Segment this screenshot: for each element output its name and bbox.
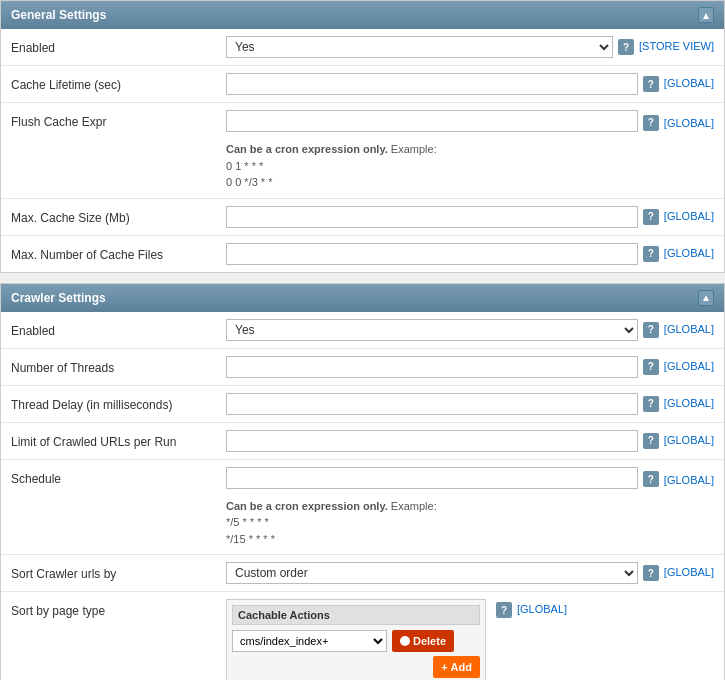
schedule-hint-line2: */15 * * * * <box>226 533 275 545</box>
flush-cache-hint-bold: Can be a cron expression only. <box>226 143 388 155</box>
general-cache-lifetime-input[interactable]: 3600 <box>226 73 638 95</box>
crawler-enabled-select[interactable]: Yes No <box>226 319 638 341</box>
crawler-sort-urls-scope: [GLOBAL] <box>664 566 714 578</box>
general-settings-section: General Settings ▲ Enabled Yes No ? [STO… <box>0 0 725 273</box>
crawler-enabled-help[interactable]: ? <box>643 322 659 338</box>
cachable-add-wrap: + Add <box>232 656 480 678</box>
general-settings-title: General Settings <box>11 8 106 22</box>
general-enabled-control: Yes No ? [STORE VIEW] <box>226 36 714 58</box>
crawler-sort-urls-help[interactable]: ? <box>643 565 659 581</box>
general-enabled-row: Enabled Yes No ? [STORE VIEW] <box>1 29 724 66</box>
general-max-cache-files-scope: [GLOBAL] <box>664 247 714 259</box>
crawler-limit-urls-label: Limit of Crawled URLs per Run <box>11 430 226 451</box>
crawler-threads-scope: [GLOBAL] <box>664 360 714 372</box>
schedule-hint-text: Example: <box>388 500 437 512</box>
general-max-cache-size-help[interactable]: ? <box>643 209 659 225</box>
flush-cache-hint-line1: 0 1 * * * <box>226 160 263 172</box>
cachable-delete-label: Delete <box>413 635 446 647</box>
general-max-cache-size-row: Max. Cache Size (Mb) 128 ? [GLOBAL] <box>1 199 724 236</box>
crawler-schedule-hint: Can be a cron expression only. Example: … <box>226 498 437 548</box>
general-flush-cache-hint: Can be a cron expression only. Example: … <box>226 141 437 191</box>
crawler-enabled-label: Enabled <box>11 319 226 340</box>
general-settings-header: General Settings ▲ <box>1 1 724 29</box>
crawler-settings-header: Crawler Settings ▲ <box>1 284 724 312</box>
crawler-sort-urls-row: Sort Crawler urls by Custom order Alphab… <box>1 555 724 592</box>
crawler-sort-urls-control: Custom order Alphabetical ? [GLOBAL] <box>226 562 714 584</box>
crawler-thread-delay-input[interactable]: 0 <box>226 393 638 415</box>
general-settings-body: Enabled Yes No ? [STORE VIEW] Cache Life… <box>1 29 724 272</box>
crawler-sort-page-type-label: Sort by page type <box>11 599 226 620</box>
general-enabled-help[interactable]: ? <box>618 39 634 55</box>
crawler-thread-delay-row: Thread Delay (in milliseconds) 0 ? [GLOB… <box>1 386 724 423</box>
general-max-cache-size-label: Max. Cache Size (Mb) <box>11 206 226 227</box>
crawler-enabled-row: Enabled Yes No ? [GLOBAL] <box>1 312 724 349</box>
crawler-limit-urls-control: 10 ? [GLOBAL] <box>226 430 714 452</box>
flush-cache-hint-text: Example: <box>388 143 437 155</box>
crawler-thread-delay-scope: [GLOBAL] <box>664 397 714 409</box>
crawler-thread-delay-label: Thread Delay (in milliseconds) <box>11 393 226 414</box>
crawler-sort-page-type-help[interactable]: ? <box>496 602 512 618</box>
cachable-add-label: Add <box>451 661 472 673</box>
general-max-cache-files-input[interactable]: 20000 <box>226 243 638 265</box>
general-settings-collapse-btn[interactable]: ▲ <box>698 7 714 23</box>
general-flush-cache-label: Flush Cache Expr <box>11 110 226 131</box>
cachable-actions-header: Cachable Actions <box>232 605 480 625</box>
crawler-threads-label: Number of Threads <box>11 356 226 377</box>
crawler-limit-urls-help[interactable]: ? <box>643 433 659 449</box>
general-max-cache-files-help[interactable]: ? <box>643 246 659 262</box>
general-cache-lifetime-help[interactable]: ? <box>643 76 659 92</box>
flush-cache-hint-line2: 0 0 */3 * * <box>226 176 272 188</box>
general-max-cache-size-control: 128 ? [GLOBAL] <box>226 206 714 228</box>
crawler-sort-page-type-scope: [GLOBAL] <box>517 603 567 615</box>
crawler-limit-urls-row: Limit of Crawled URLs per Run 10 ? [GLOB… <box>1 423 724 460</box>
general-enabled-label: Enabled <box>11 36 226 57</box>
crawler-threads-row: Number of Threads 2 ? [GLOBAL] <box>1 349 724 386</box>
crawler-schedule-scope: [GLOBAL] <box>664 474 714 486</box>
crawler-thread-delay-help[interactable]: ? <box>643 396 659 412</box>
crawler-sort-urls-select[interactable]: Custom order Alphabetical <box>226 562 638 584</box>
general-max-cache-files-control: 20000 ? [GLOBAL] <box>226 243 714 265</box>
crawler-schedule-input[interactable]: */5 * * * * <box>226 467 638 489</box>
flush-cache-input-row: 0 1 * * * ? [GLOBAL] <box>226 110 714 132</box>
crawler-settings-title: Crawler Settings <box>11 291 106 305</box>
cachable-add-btn[interactable]: + Add <box>433 656 480 678</box>
cachable-actions-row: cms/index_index+ Delete <box>232 630 480 652</box>
crawler-limit-urls-input[interactable]: 10 <box>226 430 638 452</box>
crawler-threads-help[interactable]: ? <box>643 359 659 375</box>
general-cache-lifetime-control: 3600 ? [GLOBAL] <box>226 73 714 95</box>
general-flush-cache-control: 0 1 * * * ? [GLOBAL] Can be a cron expre… <box>226 110 714 191</box>
crawler-enabled-scope: [GLOBAL] <box>664 323 714 335</box>
crawler-schedule-label: Schedule <box>11 467 226 488</box>
general-max-cache-files-label: Max. Number of Cache Files <box>11 243 226 264</box>
crawler-sort-urls-label: Sort Crawler urls by <box>11 562 226 583</box>
delete-circle-icon <box>400 636 410 646</box>
general-enabled-select[interactable]: Yes No <box>226 36 613 58</box>
general-flush-cache-scope: [GLOBAL] <box>664 117 714 129</box>
general-cache-lifetime-row: Cache Lifetime (sec) 3600 ? [GLOBAL] <box>1 66 724 103</box>
schedule-input-row: */5 * * * * ? [GLOBAL] <box>226 467 714 489</box>
crawler-settings-collapse-btn[interactable]: ▲ <box>698 290 714 306</box>
crawler-threads-control: 2 ? [GLOBAL] <box>226 356 714 378</box>
crawler-threads-input[interactable]: 2 <box>226 356 638 378</box>
schedule-hint-bold: Can be a cron expression only. <box>226 500 388 512</box>
general-cache-lifetime-scope: [GLOBAL] <box>664 77 714 89</box>
crawler-schedule-row: Schedule */5 * * * * ? [GLOBAL] Can be a… <box>1 460 724 556</box>
general-cache-lifetime-label: Cache Lifetime (sec) <box>11 73 226 94</box>
crawler-settings-body: Enabled Yes No ? [GLOBAL] Number of Thre… <box>1 312 724 681</box>
schedule-hint-line1: */5 * * * * <box>226 516 269 528</box>
crawler-schedule-control: */5 * * * * ? [GLOBAL] Can be a cron exp… <box>226 467 714 548</box>
cachable-delete-btn[interactable]: Delete <box>392 630 454 652</box>
crawler-sort-page-type-row: Sort by page type Cachable Actions cms/i… <box>1 592 724 680</box>
cachable-action-select[interactable]: cms/index_index+ <box>232 630 387 652</box>
general-max-cache-files-row: Max. Number of Cache Files 20000 ? [GLOB… <box>1 236 724 272</box>
crawler-enabled-control: Yes No ? [GLOBAL] <box>226 319 714 341</box>
add-plus-icon: + <box>441 661 447 673</box>
general-flush-cache-help[interactable]: ? <box>643 115 659 131</box>
general-max-cache-size-input[interactable]: 128 <box>226 206 638 228</box>
crawler-settings-section: Crawler Settings ▲ Enabled Yes No ? [GLO… <box>0 283 725 681</box>
crawler-schedule-help[interactable]: ? <box>643 471 659 487</box>
crawler-thread-delay-control: 0 ? [GLOBAL] <box>226 393 714 415</box>
general-flush-cache-row: Flush Cache Expr 0 1 * * * ? [GLOBAL] Ca… <box>1 103 724 199</box>
general-flush-cache-input[interactable]: 0 1 * * * <box>226 110 638 132</box>
general-max-cache-size-scope: [GLOBAL] <box>664 210 714 222</box>
